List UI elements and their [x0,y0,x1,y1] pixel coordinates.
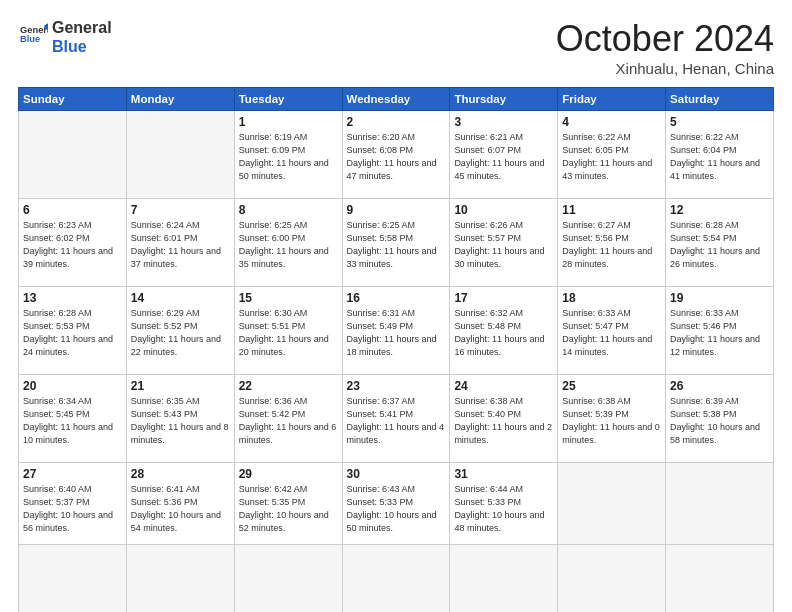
calendar-cell: 27Sunrise: 6:40 AM Sunset: 5:37 PM Dayli… [19,463,127,545]
day-info: Sunrise: 6:41 AM Sunset: 5:36 PM Dayligh… [131,483,230,535]
calendar-cell: 16Sunrise: 6:31 AM Sunset: 5:49 PM Dayli… [342,287,450,375]
day-info: Sunrise: 6:37 AM Sunset: 5:41 PM Dayligh… [347,395,446,447]
day-info: Sunrise: 6:38 AM Sunset: 5:39 PM Dayligh… [562,395,661,447]
logo-text: General Blue General Blue [18,18,112,56]
day-number: 1 [239,115,338,129]
calendar-cell: 18Sunrise: 6:33 AM Sunset: 5:47 PM Dayli… [558,287,666,375]
calendar-cell: 31Sunrise: 6:44 AM Sunset: 5:33 PM Dayli… [450,463,558,545]
weekday-header-sunday: Sunday [19,88,127,111]
calendar-cell [666,463,774,545]
day-number: 28 [131,467,230,481]
calendar-cell: 26Sunrise: 6:39 AM Sunset: 5:38 PM Dayli… [666,375,774,463]
calendar-cell: 4Sunrise: 6:22 AM Sunset: 6:05 PM Daylig… [558,111,666,199]
day-info: Sunrise: 6:23 AM Sunset: 6:02 PM Dayligh… [23,219,122,271]
logo-blue: Blue [52,37,112,56]
day-number: 24 [454,379,553,393]
day-info: Sunrise: 6:34 AM Sunset: 5:45 PM Dayligh… [23,395,122,447]
page: General Blue General Blue October 2024 X… [0,0,792,612]
day-number: 23 [347,379,446,393]
calendar-cell [126,111,234,199]
calendar-cell: 14Sunrise: 6:29 AM Sunset: 5:52 PM Dayli… [126,287,234,375]
calendar-cell: 24Sunrise: 6:38 AM Sunset: 5:40 PM Dayli… [450,375,558,463]
calendar-cell: 28Sunrise: 6:41 AM Sunset: 5:36 PM Dayli… [126,463,234,545]
logo: General Blue General Blue [18,18,112,56]
calendar-cell: 2Sunrise: 6:20 AM Sunset: 6:08 PM Daylig… [342,111,450,199]
day-info: Sunrise: 6:22 AM Sunset: 6:04 PM Dayligh… [670,131,769,183]
calendar-table: SundayMondayTuesdayWednesdayThursdayFrid… [18,87,774,612]
calendar-cell-empty [234,545,342,613]
day-info: Sunrise: 6:39 AM Sunset: 5:38 PM Dayligh… [670,395,769,447]
day-number: 3 [454,115,553,129]
day-number: 15 [239,291,338,305]
calendar-cell: 17Sunrise: 6:32 AM Sunset: 5:48 PM Dayli… [450,287,558,375]
weekday-header-row: SundayMondayTuesdayWednesdayThursdayFrid… [19,88,774,111]
day-info: Sunrise: 6:43 AM Sunset: 5:33 PM Dayligh… [347,483,446,535]
day-number: 20 [23,379,122,393]
day-info: Sunrise: 6:35 AM Sunset: 5:43 PM Dayligh… [131,395,230,447]
day-info: Sunrise: 6:32 AM Sunset: 5:48 PM Dayligh… [454,307,553,359]
day-number: 11 [562,203,661,217]
logo-general: General [52,18,112,37]
day-info: Sunrise: 6:27 AM Sunset: 5:56 PM Dayligh… [562,219,661,271]
calendar-cell: 19Sunrise: 6:33 AM Sunset: 5:46 PM Dayli… [666,287,774,375]
header: General Blue General Blue October 2024 X… [18,18,774,77]
calendar-cell: 21Sunrise: 6:35 AM Sunset: 5:43 PM Dayli… [126,375,234,463]
day-number: 21 [131,379,230,393]
calendar-cell: 8Sunrise: 6:25 AM Sunset: 6:00 PM Daylig… [234,199,342,287]
day-number: 31 [454,467,553,481]
calendar-cell-empty [450,545,558,613]
calendar-cell: 9Sunrise: 6:25 AM Sunset: 5:58 PM Daylig… [342,199,450,287]
calendar-cell [558,463,666,545]
day-number: 2 [347,115,446,129]
day-number: 6 [23,203,122,217]
day-number: 9 [347,203,446,217]
day-number: 7 [131,203,230,217]
day-number: 5 [670,115,769,129]
day-info: Sunrise: 6:25 AM Sunset: 5:58 PM Dayligh… [347,219,446,271]
day-info: Sunrise: 6:30 AM Sunset: 5:51 PM Dayligh… [239,307,338,359]
day-info: Sunrise: 6:21 AM Sunset: 6:07 PM Dayligh… [454,131,553,183]
day-info: Sunrise: 6:36 AM Sunset: 5:42 PM Dayligh… [239,395,338,447]
day-info: Sunrise: 6:31 AM Sunset: 5:49 PM Dayligh… [347,307,446,359]
day-number: 19 [670,291,769,305]
day-info: Sunrise: 6:22 AM Sunset: 6:05 PM Dayligh… [562,131,661,183]
calendar-cell: 1Sunrise: 6:19 AM Sunset: 6:09 PM Daylig… [234,111,342,199]
weekday-header-monday: Monday [126,88,234,111]
day-number: 27 [23,467,122,481]
day-number: 16 [347,291,446,305]
calendar-cell: 20Sunrise: 6:34 AM Sunset: 5:45 PM Dayli… [19,375,127,463]
weekday-header-thursday: Thursday [450,88,558,111]
day-number: 29 [239,467,338,481]
calendar-cell-empty [558,545,666,613]
calendar-cell: 7Sunrise: 6:24 AM Sunset: 6:01 PM Daylig… [126,199,234,287]
day-info: Sunrise: 6:40 AM Sunset: 5:37 PM Dayligh… [23,483,122,535]
calendar-cell: 23Sunrise: 6:37 AM Sunset: 5:41 PM Dayli… [342,375,450,463]
day-info: Sunrise: 6:19 AM Sunset: 6:09 PM Dayligh… [239,131,338,183]
day-info: Sunrise: 6:25 AM Sunset: 6:00 PM Dayligh… [239,219,338,271]
day-number: 10 [454,203,553,217]
day-info: Sunrise: 6:20 AM Sunset: 6:08 PM Dayligh… [347,131,446,183]
weekday-header-wednesday: Wednesday [342,88,450,111]
day-info: Sunrise: 6:28 AM Sunset: 5:53 PM Dayligh… [23,307,122,359]
calendar-cell: 22Sunrise: 6:36 AM Sunset: 5:42 PM Dayli… [234,375,342,463]
day-number: 25 [562,379,661,393]
calendar-cell: 3Sunrise: 6:21 AM Sunset: 6:07 PM Daylig… [450,111,558,199]
calendar-cell: 15Sunrise: 6:30 AM Sunset: 5:51 PM Dayli… [234,287,342,375]
day-number: 18 [562,291,661,305]
day-number: 13 [23,291,122,305]
calendar-cell: 25Sunrise: 6:38 AM Sunset: 5:39 PM Dayli… [558,375,666,463]
svg-text:General: General [20,25,48,35]
day-number: 14 [131,291,230,305]
calendar-cell-empty [342,545,450,613]
day-number: 17 [454,291,553,305]
calendar-cell: 11Sunrise: 6:27 AM Sunset: 5:56 PM Dayli… [558,199,666,287]
day-info: Sunrise: 6:24 AM Sunset: 6:01 PM Dayligh… [131,219,230,271]
day-number: 8 [239,203,338,217]
day-info: Sunrise: 6:44 AM Sunset: 5:33 PM Dayligh… [454,483,553,535]
location-subtitle: Xinhualu, Henan, China [556,60,774,77]
day-number: 30 [347,467,446,481]
calendar-cell: 5Sunrise: 6:22 AM Sunset: 6:04 PM Daylig… [666,111,774,199]
day-number: 4 [562,115,661,129]
calendar-cell: 6Sunrise: 6:23 AM Sunset: 6:02 PM Daylig… [19,199,127,287]
day-info: Sunrise: 6:26 AM Sunset: 5:57 PM Dayligh… [454,219,553,271]
